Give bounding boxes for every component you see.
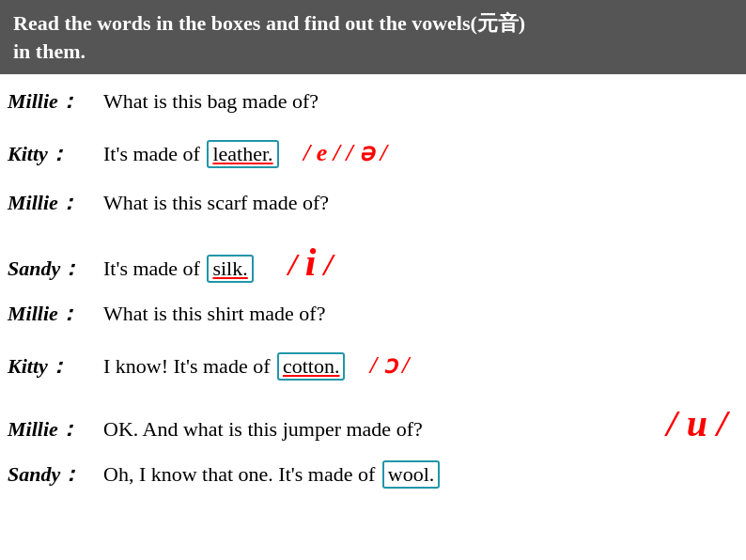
speaker-kitty1: Kitty： [0,140,103,168]
word-box-cotton: cotton. [277,352,346,381]
speaker-millie3: Millie： [0,300,103,328]
row-kitty2: Kitty： I know! It's made of cotton. / ɔ … [0,343,746,394]
phoneme-millie4-right: / u / [667,401,746,445]
row-millie3: Millie： What is this shirt made of? [0,292,746,343]
sentence-millie2: What is this scarf made of? [103,191,746,215]
row-sandy1: Sandy： It's made of silk. / i / [0,232,746,292]
phoneme-kitty2: / ɔ / [364,350,409,380]
speaker-millie1: Millie： [0,87,103,116]
speaker-millie4: Millie： [0,415,103,443]
phoneme-kitty1: / e / / ə / [298,138,387,167]
sentence-millie4: OK. And what is this jumper made of? [103,417,667,442]
sentence-millie1: What is this bag made of? [103,89,746,114]
word-box-leather: leather. [207,140,278,168]
word-box-silk: silk. [207,255,253,283]
content: Millie： What is this bag made of? Kitty：… [0,74,746,504]
row-millie4: Millie： OK. And what is this jumper made… [0,394,746,453]
row-millie1: Millie： What is this bag made of? [0,80,746,131]
speaker-sandy1: Sandy： [0,255,103,283]
row-kitty1: Kitty： It's made of leather. / e / / ə / [0,131,746,181]
word-box-wool: wool. [382,460,441,489]
speaker-kitty2: Kitty： [0,352,103,381]
header-line2: in them. [13,39,85,63]
sentence-sandy1: It's made of silk. / i / [103,240,746,285]
header: Read the words in the boxes and find out… [0,0,746,74]
header-zh: 元音 [477,11,519,35]
sentence-kitty2: I know! It's made of cotton. / ɔ / [103,350,746,381]
row-millie2: Millie： What is this scarf made of? [0,181,746,232]
speaker-sandy2: Sandy： [0,460,103,489]
sentence-kitty1: It's made of leather. / e / / ə / [103,138,746,168]
sentence-millie3: What is this shirt made of? [103,302,746,326]
header-text: Read the words in the boxes and find out… [13,11,525,35]
row-sandy2: Sandy： Oh, I know that one. It's made of… [0,453,746,504]
speaker-millie2: Millie： [0,189,103,217]
sentence-sandy2: Oh, I know that one. It's made of wool. [103,460,746,489]
phoneme-sandy1: / i / [272,240,334,285]
